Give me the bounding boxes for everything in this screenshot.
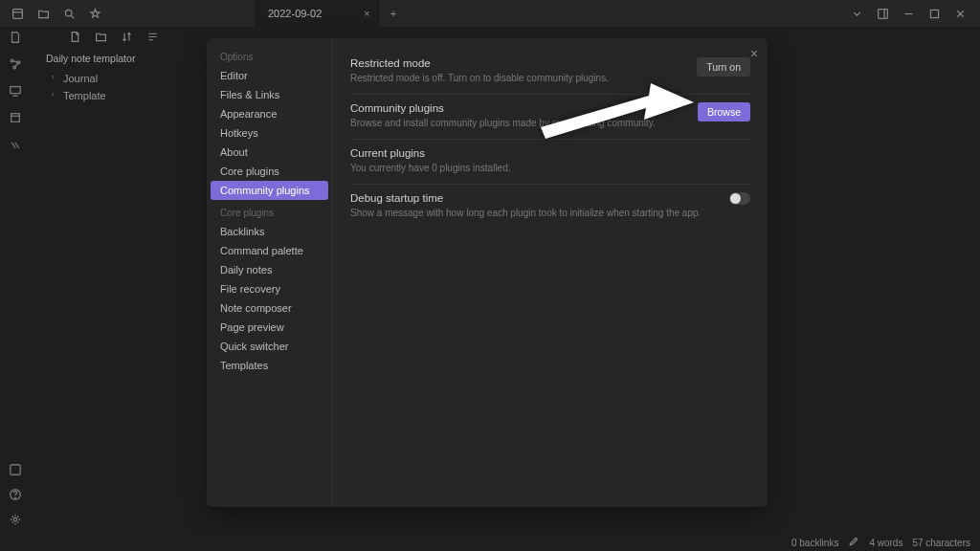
svg-point-21: [15, 497, 16, 498]
tree-item-journal[interactable]: ›Journal: [31, 70, 172, 87]
section-options-head: Options: [211, 44, 328, 66]
nav-about[interactable]: About: [211, 143, 328, 162]
nav-file-recovery[interactable]: File recovery: [211, 279, 328, 298]
command-icon[interactable]: [9, 138, 22, 151]
setting-current-plugins: Current plugins You currently have 0 plu…: [350, 140, 750, 185]
nav-core-plugins[interactable]: Core plugins: [211, 162, 328, 181]
setting-title: Community plugins: [350, 102, 698, 114]
browse-button[interactable]: Browse: [698, 102, 750, 121]
svg-rect-7: [930, 10, 938, 17]
file-toolbar: [31, 31, 172, 51]
nav-hotkeys[interactable]: Hotkeys: [211, 123, 328, 143]
tab-close-icon[interactable]: ×: [364, 8, 369, 19]
nav-files-links[interactable]: Files & Links: [211, 85, 328, 104]
nav-community-plugins[interactable]: Community plugins: [211, 181, 328, 200]
nav-quick-switcher[interactable]: Quick switcher: [211, 337, 328, 356]
nav-page-preview[interactable]: Page preview: [211, 318, 328, 337]
nav-templates[interactable]: Templates: [211, 356, 328, 375]
svg-rect-4: [879, 9, 888, 18]
close-window-icon[interactable]: [954, 8, 967, 20]
vault-switch-icon[interactable]: [9, 463, 22, 476]
svg-point-2: [65, 10, 72, 16]
status-backlinks[interactable]: 0 backlinks: [791, 538, 838, 548]
setting-title: Current plugins: [350, 147, 750, 159]
nav-note-composer[interactable]: Note composer: [211, 298, 328, 318]
status-chars: 57 characters: [912, 538, 970, 548]
tree-label: Template: [63, 90, 106, 101]
svg-line-14: [14, 62, 18, 67]
tree-item-template[interactable]: ›Template: [31, 87, 172, 104]
settings-sidebar: Options Editor Files & Links Appearance …: [207, 38, 333, 507]
new-note-icon[interactable]: [69, 31, 81, 43]
svg-rect-15: [11, 87, 21, 94]
setting-title: Debug startup time: [350, 192, 729, 204]
setting-desc: Show a message with how long each plugin…: [350, 207, 729, 219]
active-tab[interactable]: 2022-09-02 ×: [255, 0, 381, 27]
settings-modal: Options Editor Files & Links Appearance …: [207, 38, 768, 507]
maximize-icon[interactable]: [928, 8, 941, 20]
tab-title: 2022-09-02: [268, 8, 322, 19]
svg-rect-17: [11, 114, 20, 122]
svg-point-22: [13, 518, 17, 521]
canvas-icon[interactable]: [9, 84, 22, 98]
section-core-head: Core plugins: [211, 200, 328, 222]
modal-close-icon[interactable]: ×: [750, 46, 758, 61]
left-ribbon: [0, 27, 31, 534]
svg-rect-0: [13, 9, 23, 18]
new-folder-icon[interactable]: [95, 31, 107, 43]
nav-appearance[interactable]: Appearance: [211, 104, 328, 123]
file-explorer: Daily note templator ›Journal ›Template: [31, 27, 172, 534]
files-icon[interactable]: [9, 31, 22, 44]
minimize-icon[interactable]: [902, 8, 915, 20]
statusbar: 0 backlinks 4 words 57 characters: [0, 534, 980, 551]
setting-title: Restricted mode: [350, 57, 697, 69]
help-icon[interactable]: [9, 488, 22, 501]
sidebar-right-icon[interactable]: [877, 8, 889, 20]
svg-line-3: [71, 15, 74, 18]
vault-icon[interactable]: [11, 8, 24, 20]
status-words: 4 words: [869, 538, 902, 548]
search-icon[interactable]: [63, 8, 76, 20]
graph-icon[interactable]: [9, 57, 22, 71]
sort-icon[interactable]: [121, 31, 133, 43]
setting-desc: You currently have 0 plugins installed.: [350, 162, 750, 174]
nav-daily-notes[interactable]: Daily notes: [211, 260, 328, 279]
nav-backlinks[interactable]: Backlinks: [211, 222, 328, 241]
setting-community-plugins: Community plugins Browse and install com…: [350, 95, 750, 140]
new-tab-button[interactable]: +: [381, 8, 406, 19]
tree-label: Journal: [63, 73, 98, 84]
svg-rect-19: [11, 465, 21, 475]
chevron-right-icon: ›: [52, 73, 59, 84]
debug-toggle[interactable]: [729, 192, 750, 205]
edit-icon[interactable]: [848, 536, 859, 549]
vault-title: Daily note templator: [31, 51, 172, 70]
settings-content: × Restricted mode Restricted mode is off…: [333, 38, 768, 507]
star-icon[interactable]: [89, 8, 101, 20]
turn-on-button[interactable]: Turn on: [697, 57, 750, 77]
chevron-down-icon[interactable]: [851, 8, 863, 20]
titlebar: 2022-09-02 × +: [0, 0, 980, 27]
collapse-icon[interactable]: [146, 31, 159, 43]
setting-desc: Restricted mode is off. Turn on to disab…: [350, 72, 697, 84]
nav-command-palette[interactable]: Command palette: [211, 241, 328, 260]
settings-icon[interactable]: [9, 513, 22, 526]
folder-open-icon[interactable]: [37, 8, 50, 20]
setting-debug-startup: Debug startup time Show a message with h…: [350, 185, 750, 229]
nav-editor[interactable]: Editor: [211, 66, 328, 85]
daily-icon[interactable]: [9, 111, 22, 124]
chevron-right-icon: ›: [52, 90, 59, 101]
setting-restricted-mode: Restricted mode Restricted mode is off. …: [350, 50, 750, 95]
setting-desc: Browse and install community plugins mad…: [350, 117, 698, 129]
